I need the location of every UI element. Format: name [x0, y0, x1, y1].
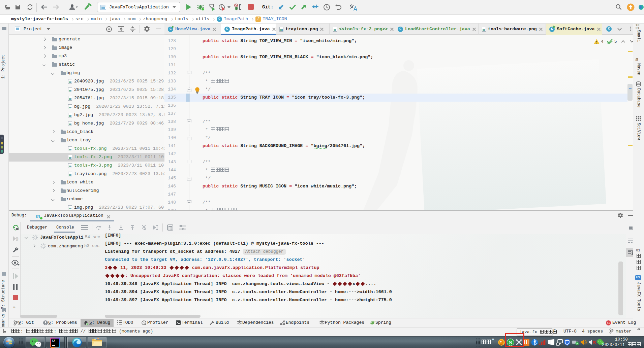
- svg-text:9: 9: [16, 237, 19, 242]
- svg-text:9+: 9+: [607, 322, 610, 325]
